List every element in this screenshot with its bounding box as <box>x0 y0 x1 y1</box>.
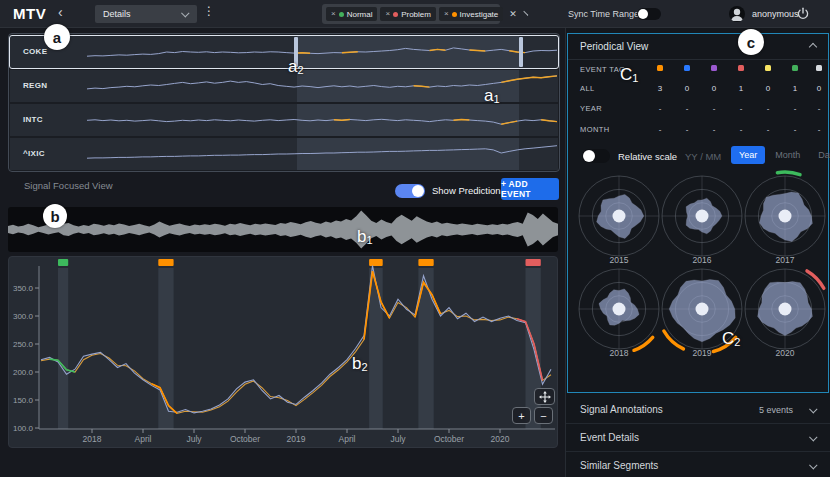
chevron-up-icon[interactable] <box>809 42 817 50</box>
tag-count: - <box>740 104 743 113</box>
back-icon[interactable]: ‹ <box>58 4 63 20</box>
sparkline <box>87 104 557 136</box>
glyph-event-arc[interactable] <box>664 331 684 349</box>
period-glyph-2015[interactable] <box>571 168 667 264</box>
tag-count: - <box>713 125 716 134</box>
signal-row-intc[interactable]: INTC <box>10 104 558 136</box>
tag-chip-investigate[interactable]: ×Investigate <box>439 7 503 21</box>
period-glyph-2017[interactable] <box>737 168 830 264</box>
app-logo: MTV <box>13 5 46 22</box>
tag-color-dot <box>816 65 822 71</box>
tag-color-dot <box>452 12 457 17</box>
tag-count: 0 <box>712 84 716 93</box>
period-glyph-2020[interactable] <box>737 261 830 357</box>
glyph-center-dot <box>613 210 626 223</box>
tag-count: 0 <box>817 84 821 93</box>
signal-row-ixic[interactable]: ^IXIC <box>10 138 558 170</box>
x-tick-label: October <box>230 434 260 444</box>
signal-row-coke[interactable]: COKE <box>10 36 558 68</box>
x-tick-label: July <box>186 434 202 444</box>
tag-count: - <box>794 125 797 134</box>
tab-year[interactable]: Year <box>731 146 765 164</box>
y-tick-label: 150.0 <box>13 396 34 405</box>
chevron-down-icon[interactable] <box>523 11 528 16</box>
section-similar-segments[interactable]: Similar Segments <box>566 452 830 477</box>
mtv-app: MTV ‹ Details ⋮ ×Normal×Problem×Investig… <box>0 0 830 477</box>
tag-count: - <box>713 104 716 113</box>
y-tick-label: 300.0 <box>13 312 34 321</box>
chip-close-icon[interactable]: × <box>444 10 449 18</box>
glyph-year-label: 2018 <box>571 348 667 358</box>
glyph-event-arc[interactable] <box>777 172 800 175</box>
signal-row-label: REGN <box>23 81 47 90</box>
x-tick-label: April <box>338 434 355 444</box>
tag-color-dot <box>657 65 663 71</box>
tag-color-dot <box>393 12 398 17</box>
sparkline <box>87 36 557 68</box>
chip-label: Problem <box>401 10 431 19</box>
glyph-center-dot <box>696 210 709 223</box>
tag-chip-normal[interactable]: ×Normal <box>326 7 377 21</box>
event-marker[interactable] <box>526 259 541 266</box>
focused-chart[interactable]: 100.0150.0200.0250.0300.0350.02018AprilJ… <box>8 256 558 448</box>
glyph-center-dot <box>779 210 792 223</box>
tag-count: - <box>686 125 689 134</box>
period-level-tabs: YearMonthDay <box>731 146 830 164</box>
brush-handle-right[interactable] <box>519 37 523 67</box>
tag-color-dot <box>339 12 344 17</box>
signal-row-regn[interactable]: REGN <box>10 70 558 102</box>
tag-color-dot <box>765 65 771 71</box>
x-tick-label: 2020 <box>491 434 510 444</box>
tag-filter-select[interactable]: ×Normal×Problem×Investigate ✕ <box>322 4 500 24</box>
kebab-menu-icon[interactable]: ⋮ <box>203 4 215 18</box>
chevron-down-icon[interactable] <box>809 405 817 413</box>
section-signal-annotations[interactable]: Signal Annotations5 events <box>566 396 830 424</box>
event-band[interactable] <box>369 268 383 429</box>
tag-count: 0 <box>766 84 770 93</box>
event-marker[interactable] <box>418 259 433 266</box>
zoom-out-button[interactable]: − <box>534 407 553 424</box>
actual-line <box>41 266 551 413</box>
sync-time-ranges-label: Sync Time Ranges <box>568 9 644 19</box>
y-tick-label: 350.0 <box>13 284 34 293</box>
avatar[interactable] <box>729 6 745 22</box>
event-marker[interactable] <box>369 259 383 266</box>
periodical-view-header[interactable]: Periodical View <box>568 34 828 60</box>
tag-count: - <box>767 104 770 113</box>
periodical-view-title: Periodical View <box>580 41 810 52</box>
clear-tags-icon[interactable]: ✕ <box>506 9 520 19</box>
annotation-b2: b2 <box>352 354 368 374</box>
event-marker[interactable] <box>158 259 173 266</box>
add-event-button[interactable]: + ADD EVENT <box>501 178 559 200</box>
error-waveform-strip[interactable] <box>8 207 558 252</box>
x-tick-label: April <box>134 434 151 444</box>
zoom-in-button[interactable]: + <box>512 407 531 424</box>
event-band[interactable] <box>58 268 68 429</box>
sync-time-ranges-toggle[interactable] <box>637 8 661 20</box>
tag-color-dot <box>711 65 717 71</box>
show-predictions-toggle[interactable] <box>395 184 425 198</box>
annotation-circle-a: a <box>44 24 70 50</box>
glyph-event-arc[interactable] <box>807 271 824 288</box>
tag-chip-problem[interactable]: ×Problem <box>380 7 435 21</box>
period-glyph-2016[interactable] <box>654 168 750 264</box>
power-icon[interactable] <box>796 7 810 21</box>
section-event-details[interactable]: Event Details <box>566 424 830 452</box>
relative-scale-toggle[interactable] <box>582 149 610 163</box>
signal-row-label: COKE <box>23 47 47 56</box>
period-glyph-2018[interactable] <box>571 261 667 357</box>
tag-count: - <box>659 125 662 134</box>
chip-close-icon[interactable]: × <box>331 10 336 18</box>
chip-close-icon[interactable]: × <box>385 10 390 18</box>
tab-day[interactable]: Day <box>810 146 830 164</box>
tag-count: 1 <box>739 84 743 93</box>
top-bar: MTV ‹ Details ⋮ ×Normal×Problem×Investig… <box>0 0 830 28</box>
period-row-label: ALL <box>580 84 595 93</box>
section-title: Signal Annotations <box>580 404 759 415</box>
event-marker[interactable] <box>58 259 68 266</box>
pan-button[interactable] <box>534 388 555 405</box>
error-wave <box>8 211 558 249</box>
period-row-label: MONTH <box>580 125 610 134</box>
tab-month[interactable]: Month <box>767 146 808 164</box>
details-dropdown[interactable]: Details <box>95 5 197 23</box>
